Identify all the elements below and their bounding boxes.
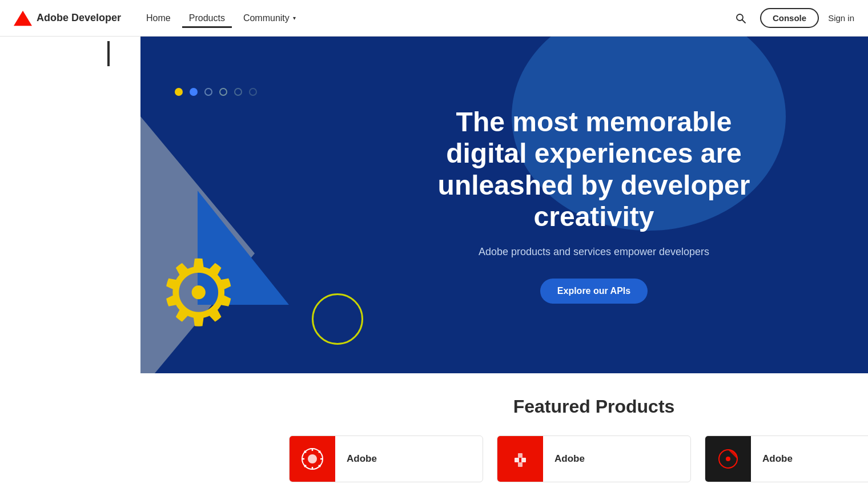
hero-content: The most memorable digital experiences a…	[417, 106, 771, 304]
svg-point-6	[308, 454, 317, 463]
shape-circle-outline	[312, 293, 363, 345]
product-icon-1	[299, 445, 326, 473]
product-icon-bg-2	[497, 436, 543, 482]
svg-rect-16	[521, 458, 526, 462]
hero-subtitle: Adobe products and services empower deve…	[417, 246, 771, 258]
nav-community[interactable]: Community ▾	[236, 9, 303, 28]
signin-button[interactable]: Sign in	[828, 13, 854, 23]
hero-title: The most memorable digital experiences a…	[417, 106, 771, 232]
product-icon-2	[507, 445, 534, 473]
featured-products-section: Featured Products	[140, 373, 868, 488]
svg-rect-18	[518, 462, 523, 467]
hero-cta-button[interactable]: Explore our APIs	[540, 279, 648, 304]
product-icon-bg-1	[290, 436, 335, 482]
community-chevron-icon: ▾	[293, 15, 296, 21]
product-card-2[interactable]: Adobe	[497, 435, 691, 482]
shape-blue-arrow	[198, 191, 289, 305]
product-name-3: Adobe	[751, 444, 804, 474]
search-icon	[735, 13, 746, 24]
product-icon-3	[714, 445, 742, 473]
dot-5[interactable]	[234, 88, 242, 96]
logo-link[interactable]: Adobe Developer	[14, 10, 121, 26]
adobe-logo-icon	[14, 10, 32, 26]
console-button[interactable]: Console	[760, 8, 819, 28]
search-button[interactable]	[730, 8, 751, 29]
svg-rect-17	[518, 453, 523, 458]
navbar: Adobe Developer Home Products Community …	[0, 0, 868, 37]
product-icon-bg-3	[705, 436, 751, 482]
dot-6[interactable]	[249, 88, 257, 96]
nav-home[interactable]: Home	[139, 9, 178, 28]
dot-2[interactable]	[190, 88, 198, 96]
svg-rect-15	[515, 458, 519, 462]
product-cards: Adobe Adobe	[140, 435, 868, 482]
main-content: ⚙	[140, 37, 868, 488]
svg-point-20	[726, 457, 730, 461]
sidebar-active-bar	[107, 41, 110, 66]
hero-section: ⚙	[140, 37, 868, 373]
product-name-1: Adobe	[335, 444, 388, 474]
product-name-2: Adobe	[543, 444, 596, 474]
navbar-actions: Console Sign in	[730, 8, 854, 29]
hero-dots	[175, 88, 257, 96]
brand-name: Adobe Developer	[37, 12, 121, 24]
product-card-3[interactable]: Adobe	[705, 435, 868, 482]
featured-products-title: Featured Products	[140, 396, 868, 417]
shape-gear-icon: ⚙	[158, 248, 239, 339]
shape-gray-triangle	[140, 116, 255, 373]
dot-4[interactable]	[219, 88, 227, 96]
product-card-1[interactable]: Adobe	[289, 435, 483, 482]
dot-1[interactable]	[175, 88, 183, 96]
page-layout: ⚙	[0, 37, 868, 488]
svg-marker-0	[14, 10, 32, 26]
sidebar-indicator	[0, 37, 140, 488]
nav-products[interactable]: Products	[182, 9, 232, 28]
nav-links: Home Products Community ▾	[139, 9, 730, 28]
svg-line-2	[742, 19, 745, 23]
dot-3[interactable]	[204, 88, 212, 96]
